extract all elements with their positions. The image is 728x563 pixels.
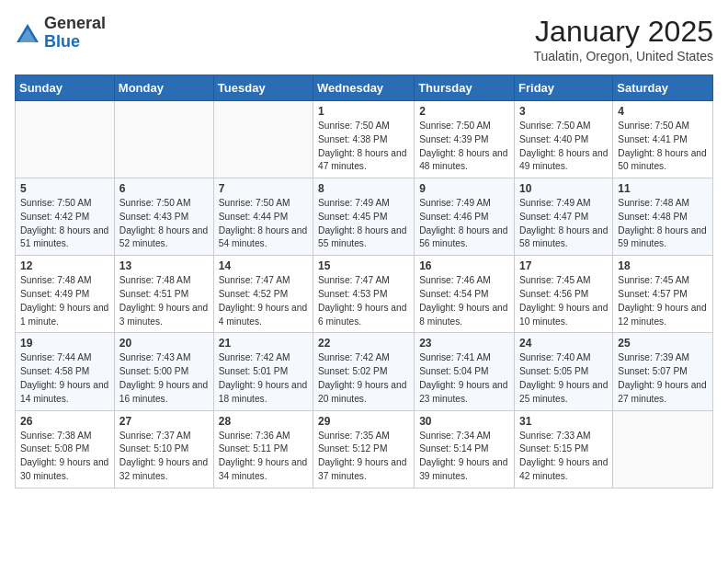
- calendar-cell: 31Sunrise: 7:33 AM Sunset: 5:15 PM Dayli…: [515, 410, 613, 488]
- day-info: Sunrise: 7:50 AM Sunset: 4:40 PM Dayligh…: [519, 120, 608, 174]
- weekday-header: Monday: [114, 75, 213, 101]
- calendar-week-row: 12Sunrise: 7:48 AM Sunset: 4:49 PM Dayli…: [16, 256, 713, 333]
- day-number: 30: [419, 415, 509, 428]
- day-info: Sunrise: 7:39 AM Sunset: 5:07 PM Dayligh…: [618, 351, 708, 406]
- day-info: Sunrise: 7:48 AM Sunset: 4:49 PM Dayligh…: [20, 274, 109, 328]
- calendar-cell: 12Sunrise: 7:48 AM Sunset: 4:49 PM Dayli…: [16, 256, 115, 333]
- day-info: Sunrise: 7:34 AM Sunset: 5:14 PM Dayligh…: [419, 430, 509, 484]
- day-number: 14: [219, 259, 308, 272]
- day-info: Sunrise: 7:47 AM Sunset: 4:52 PM Dayligh…: [219, 274, 308, 328]
- calendar-cell: 25Sunrise: 7:39 AM Sunset: 5:07 PM Dayli…: [613, 333, 713, 410]
- day-info: Sunrise: 7:42 AM Sunset: 5:01 PM Dayligh…: [219, 351, 308, 406]
- calendar-cell: 17Sunrise: 7:45 AM Sunset: 4:56 PM Dayli…: [515, 256, 613, 333]
- logo: General Blue: [15, 15, 106, 52]
- day-number: 3: [519, 105, 608, 118]
- weekday-header: Sunday: [16, 75, 115, 101]
- calendar-header-row: SundayMondayTuesdayWednesdayThursdayFrid…: [16, 75, 713, 101]
- weekday-header: Friday: [515, 75, 613, 101]
- calendar-cell: 28Sunrise: 7:36 AM Sunset: 5:11 PM Dayli…: [213, 410, 313, 488]
- calendar-cell: 9Sunrise: 7:49 AM Sunset: 4:46 PM Daylig…: [415, 178, 515, 256]
- day-number: 10: [519, 182, 608, 195]
- calendar-cell: 8Sunrise: 7:49 AM Sunset: 4:45 PM Daylig…: [313, 178, 415, 256]
- day-number: 26: [20, 415, 109, 428]
- day-info: Sunrise: 7:50 AM Sunset: 4:38 PM Dayligh…: [318, 120, 409, 174]
- day-number: 29: [318, 415, 409, 428]
- day-number: 15: [318, 259, 409, 272]
- day-number: 22: [318, 337, 409, 350]
- day-number: 31: [519, 415, 608, 428]
- calendar-cell: 21Sunrise: 7:42 AM Sunset: 5:01 PM Dayli…: [213, 333, 313, 410]
- calendar-cell: 16Sunrise: 7:46 AM Sunset: 4:54 PM Dayli…: [415, 256, 515, 333]
- calendar-cell: 29Sunrise: 7:35 AM Sunset: 5:12 PM Dayli…: [313, 410, 415, 488]
- weekday-header: Tuesday: [213, 75, 313, 101]
- logo-icon: [15, 20, 40, 46]
- calendar-cell: 2Sunrise: 7:50 AM Sunset: 4:39 PM Daylig…: [415, 101, 515, 178]
- calendar-cell: 4Sunrise: 7:50 AM Sunset: 4:41 PM Daylig…: [613, 101, 713, 178]
- day-number: 24: [519, 337, 608, 350]
- day-info: Sunrise: 7:38 AM Sunset: 5:08 PM Dayligh…: [20, 430, 109, 484]
- calendar-cell: 6Sunrise: 7:50 AM Sunset: 4:43 PM Daylig…: [114, 178, 213, 256]
- day-number: 19: [20, 337, 109, 350]
- day-info: Sunrise: 7:48 AM Sunset: 4:51 PM Dayligh…: [119, 274, 209, 328]
- day-number: 28: [219, 415, 308, 428]
- day-number: 13: [119, 259, 209, 272]
- calendar-week-row: 19Sunrise: 7:44 AM Sunset: 4:58 PM Dayli…: [16, 333, 713, 410]
- calendar-cell: [114, 101, 213, 178]
- day-number: 6: [119, 182, 209, 195]
- location-text: Tualatin, Oregon, United States: [533, 49, 713, 63]
- calendar-cell: 26Sunrise: 7:38 AM Sunset: 5:08 PM Dayli…: [16, 410, 115, 488]
- calendar-cell: 11Sunrise: 7:48 AM Sunset: 4:48 PM Dayli…: [613, 178, 713, 256]
- day-number: 27: [119, 415, 209, 428]
- calendar-cell: [16, 101, 115, 178]
- day-number: 17: [519, 259, 608, 272]
- calendar-cell: [613, 410, 713, 488]
- day-info: Sunrise: 7:44 AM Sunset: 4:58 PM Dayligh…: [20, 351, 109, 406]
- day-number: 16: [419, 259, 509, 272]
- day-info: Sunrise: 7:45 AM Sunset: 4:57 PM Dayligh…: [618, 274, 708, 328]
- day-info: Sunrise: 7:40 AM Sunset: 5:05 PM Dayligh…: [519, 351, 608, 406]
- day-number: 1: [318, 105, 409, 118]
- calendar-cell: [213, 101, 313, 178]
- calendar-week-row: 26Sunrise: 7:38 AM Sunset: 5:08 PM Dayli…: [16, 410, 713, 488]
- day-info: Sunrise: 7:43 AM Sunset: 5:00 PM Dayligh…: [119, 351, 209, 406]
- calendar-cell: 20Sunrise: 7:43 AM Sunset: 5:00 PM Dayli…: [114, 333, 213, 410]
- day-info: Sunrise: 7:41 AM Sunset: 5:04 PM Dayligh…: [419, 351, 509, 406]
- day-info: Sunrise: 7:33 AM Sunset: 5:15 PM Dayligh…: [519, 430, 608, 484]
- day-info: Sunrise: 7:36 AM Sunset: 5:11 PM Dayligh…: [219, 430, 308, 484]
- day-number: 25: [618, 337, 708, 350]
- day-info: Sunrise: 7:48 AM Sunset: 4:48 PM Dayligh…: [618, 197, 708, 251]
- day-info: Sunrise: 7:50 AM Sunset: 4:42 PM Dayligh…: [20, 197, 109, 251]
- day-info: Sunrise: 7:49 AM Sunset: 4:46 PM Dayligh…: [419, 197, 509, 251]
- calendar-cell: 14Sunrise: 7:47 AM Sunset: 4:52 PM Dayli…: [213, 256, 313, 333]
- calendar-cell: 30Sunrise: 7:34 AM Sunset: 5:14 PM Dayli…: [415, 410, 515, 488]
- day-info: Sunrise: 7:50 AM Sunset: 4:41 PM Dayligh…: [618, 120, 708, 174]
- day-number: 4: [618, 105, 708, 118]
- calendar-cell: 10Sunrise: 7:49 AM Sunset: 4:47 PM Dayli…: [515, 178, 613, 256]
- day-info: Sunrise: 7:45 AM Sunset: 4:56 PM Dayligh…: [519, 274, 608, 328]
- day-info: Sunrise: 7:37 AM Sunset: 5:10 PM Dayligh…: [119, 430, 209, 484]
- day-number: 7: [219, 182, 308, 195]
- day-info: Sunrise: 7:35 AM Sunset: 5:12 PM Dayligh…: [318, 430, 409, 484]
- calendar-cell: 5Sunrise: 7:50 AM Sunset: 4:42 PM Daylig…: [16, 178, 115, 256]
- day-info: Sunrise: 7:49 AM Sunset: 4:45 PM Dayligh…: [318, 197, 409, 251]
- calendar-cell: 27Sunrise: 7:37 AM Sunset: 5:10 PM Dayli…: [114, 410, 213, 488]
- day-number: 18: [618, 259, 708, 272]
- day-number: 2: [419, 105, 509, 118]
- calendar-cell: 1Sunrise: 7:50 AM Sunset: 4:38 PM Daylig…: [313, 101, 415, 178]
- weekday-header: Saturday: [613, 75, 713, 101]
- weekday-header: Thursday: [415, 75, 515, 101]
- day-info: Sunrise: 7:50 AM Sunset: 4:43 PM Dayligh…: [119, 197, 209, 251]
- calendar-cell: 13Sunrise: 7:48 AM Sunset: 4:51 PM Dayli…: [114, 256, 213, 333]
- calendar-cell: 22Sunrise: 7:42 AM Sunset: 5:02 PM Dayli…: [313, 333, 415, 410]
- calendar-cell: 7Sunrise: 7:50 AM Sunset: 4:44 PM Daylig…: [213, 178, 313, 256]
- calendar-cell: 24Sunrise: 7:40 AM Sunset: 5:05 PM Dayli…: [515, 333, 613, 410]
- calendar-cell: 18Sunrise: 7:45 AM Sunset: 4:57 PM Dayli…: [613, 256, 713, 333]
- calendar-week-row: 1Sunrise: 7:50 AM Sunset: 4:38 PM Daylig…: [16, 101, 713, 178]
- day-info: Sunrise: 7:46 AM Sunset: 4:54 PM Dayligh…: [419, 274, 509, 328]
- day-info: Sunrise: 7:50 AM Sunset: 4:39 PM Dayligh…: [419, 120, 509, 174]
- page-header: General Blue January 2025 Tualatin, Oreg…: [15, 15, 713, 63]
- day-number: 20: [119, 337, 209, 350]
- logo-blue-text: Blue: [44, 33, 106, 52]
- calendar-cell: 19Sunrise: 7:44 AM Sunset: 4:58 PM Dayli…: [16, 333, 115, 410]
- calendar-table: SundayMondayTuesdayWednesdayThursdayFrid…: [15, 75, 713, 488]
